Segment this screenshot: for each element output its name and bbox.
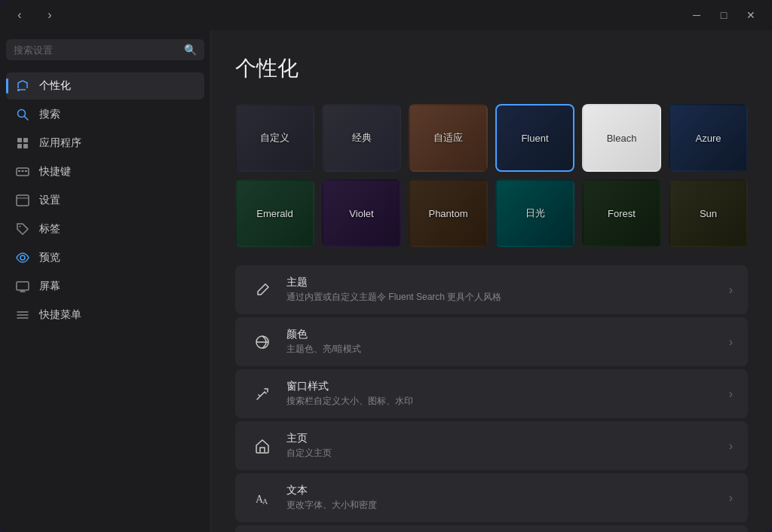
color-arrow-icon: › bbox=[729, 335, 733, 349]
theme-card-classic[interactable]: 经典 bbox=[322, 104, 401, 172]
nav-item-settings[interactable]: 设置 bbox=[6, 187, 204, 214]
settings-item-home[interactable]: 主页 自定义主页 › bbox=[235, 421, 748, 470]
theme-card-forest[interactable]: Forest bbox=[582, 179, 661, 247]
svg-rect-2 bbox=[17, 138, 22, 142]
color-title: 颜色 bbox=[286, 328, 717, 341]
nav-label-preview: 预览 bbox=[39, 251, 60, 264]
nav-item-quickmenu[interactable]: 快捷菜单 bbox=[6, 301, 204, 329]
nav-label-personalize: 个性化 bbox=[39, 79, 71, 93]
color-desc: 主题色、亮/暗模式 bbox=[286, 343, 717, 356]
page-title: 个性化 bbox=[235, 54, 748, 83]
content-area: 个性化 自定义 经典 自适应 Fluent Bleach bbox=[211, 30, 772, 532]
forward-button[interactable]: › bbox=[39, 5, 60, 26]
search-icon: 🔍 bbox=[184, 44, 197, 56]
svg-rect-3 bbox=[23, 138, 28, 142]
theme-card-violet[interactable]: Violet bbox=[322, 179, 401, 247]
theme-card-adaptive[interactable]: 自适应 bbox=[409, 104, 488, 172]
theme-card-sun[interactable]: Sun bbox=[669, 179, 748, 247]
nav-label-screen: 屏幕 bbox=[39, 280, 60, 293]
window-desc: 搜索栏自定义大小、图标、水印 bbox=[286, 395, 717, 408]
text-icon: A A bbox=[250, 486, 274, 510]
theme-arrow-icon: › bbox=[729, 283, 733, 297]
svg-point-12 bbox=[20, 226, 21, 228]
nav-item-tags[interactable]: 标签 bbox=[6, 216, 204, 243]
nav-icon-settings bbox=[15, 193, 30, 208]
home-text: 主页 自定义主页 bbox=[286, 432, 717, 460]
nav-item-shortcuts[interactable]: 快捷键 bbox=[6, 158, 204, 185]
nav-label-apps: 应用程序 bbox=[39, 136, 81, 150]
theme-card-emerald[interactable]: Emerald bbox=[235, 179, 314, 247]
window-icon bbox=[250, 382, 274, 406]
theme-card-custom[interactable]: 自定义 bbox=[235, 104, 314, 172]
svg-rect-8 bbox=[22, 170, 24, 172]
window-controls: ─ □ ✕ bbox=[685, 3, 763, 27]
window-arrow-icon: › bbox=[729, 387, 733, 401]
nav-icon-screen bbox=[15, 279, 30, 294]
nav-icon-tags bbox=[15, 222, 30, 237]
search-box[interactable]: 🔍 bbox=[6, 39, 204, 60]
nav-icon-quickmenu bbox=[15, 307, 30, 323]
text-desc: 更改字体、大小和密度 bbox=[286, 499, 717, 512]
text-arrow-icon: › bbox=[729, 491, 733, 505]
nav-icon-apps bbox=[15, 136, 30, 151]
theme-desc: 通过内置或自定义主题令 Fluent Search 更具个人风格 bbox=[286, 291, 717, 304]
svg-text:A: A bbox=[262, 497, 268, 506]
nav-icon-shortcuts bbox=[15, 164, 30, 179]
main-layout: 🔍 个性化 搜索 bbox=[0, 30, 772, 532]
home-title: 主页 bbox=[286, 432, 717, 445]
nav-label-search: 搜索 bbox=[39, 108, 60, 121]
nav-item-screen[interactable]: 屏幕 bbox=[6, 273, 204, 300]
back-button[interactable]: ‹ bbox=[9, 5, 30, 26]
text-title: 文本 bbox=[286, 484, 717, 497]
nav-label-tags: 标签 bbox=[39, 222, 60, 236]
nav-item-apps[interactable]: 应用程序 bbox=[6, 130, 204, 157]
svg-point-13 bbox=[20, 255, 25, 260]
theme-card-fluent[interactable]: Fluent bbox=[495, 104, 574, 172]
svg-rect-14 bbox=[17, 282, 29, 290]
settings-item-window[interactable]: 窗口样式 搜索栏自定义大小、图标、水印 › bbox=[235, 369, 748, 418]
theme-card-phantom[interactable]: Phantom bbox=[409, 179, 488, 247]
titlebar: ‹ › ─ □ ✕ bbox=[0, 0, 772, 30]
svg-rect-0 bbox=[17, 89, 20, 91]
settings-list: 主题 通过内置或自定义主题令 Fluent Search 更具个人风格 › bbox=[235, 265, 748, 532]
nav-item-personalize[interactable]: 个性化 bbox=[6, 72, 204, 99]
nav-icon-search bbox=[15, 107, 30, 122]
theme-grid: 自定义 经典 自适应 Fluent Bleach Azure bbox=[235, 104, 748, 247]
theme-card-bleach[interactable]: Bleach bbox=[582, 104, 661, 172]
settings-item-text[interactable]: A A 文本 更改字体、大小和密度 › bbox=[235, 473, 748, 522]
settings-item-effects[interactable]: 特效 动画、透明效果、壁纸 › bbox=[235, 525, 748, 532]
settings-item-theme[interactable]: 主题 通过内置或自定义主题令 Fluent Search 更具个人风格 › bbox=[235, 265, 748, 314]
nav-icon-personalize bbox=[15, 78, 30, 93]
search-input[interactable] bbox=[14, 44, 178, 56]
svg-rect-9 bbox=[25, 170, 27, 172]
nav-item-preview[interactable]: 预览 bbox=[6, 244, 204, 271]
nav-icon-preview bbox=[15, 250, 30, 265]
window-title: 窗口样式 bbox=[286, 380, 717, 393]
svg-rect-7 bbox=[18, 170, 20, 172]
home-icon bbox=[250, 434, 274, 458]
minimize-button[interactable]: ─ bbox=[685, 3, 709, 27]
theme-card-azure[interactable]: Azure bbox=[669, 104, 748, 172]
home-desc: 自定义主页 bbox=[286, 447, 717, 460]
window-text: 窗口样式 搜索栏自定义大小、图标、水印 bbox=[286, 380, 717, 408]
close-button[interactable]: ✕ bbox=[739, 3, 763, 27]
main-window: ‹ › ─ □ ✕ 🔍 个性化 bbox=[0, 0, 772, 532]
svg-rect-4 bbox=[17, 144, 22, 148]
svg-rect-10 bbox=[17, 195, 29, 206]
text-setting-text: 文本 更改字体、大小和密度 bbox=[286, 484, 717, 512]
theme-card-sunlight[interactable]: 日光 bbox=[495, 179, 574, 247]
color-text: 颜色 主题色、亮/暗模式 bbox=[286, 328, 717, 356]
sidebar: 🔍 个性化 搜索 bbox=[0, 30, 211, 532]
nav-label-quickmenu: 快捷菜单 bbox=[39, 308, 81, 322]
svg-rect-5 bbox=[23, 144, 28, 148]
theme-title: 主题 bbox=[286, 276, 717, 289]
nav-label-shortcuts: 快捷键 bbox=[39, 165, 71, 179]
settings-item-color[interactable]: 颜色 主题色、亮/暗模式 › bbox=[235, 317, 748, 366]
nav-item-search[interactable]: 搜索 bbox=[6, 101, 204, 128]
theme-text: 主题 通过内置或自定义主题令 Fluent Search 更具个人风格 bbox=[286, 276, 717, 304]
theme-icon bbox=[250, 278, 274, 302]
home-arrow-icon: › bbox=[729, 439, 733, 453]
maximize-button[interactable]: □ bbox=[712, 3, 736, 27]
color-icon bbox=[250, 330, 274, 354]
nav-label-settings: 设置 bbox=[39, 194, 60, 207]
